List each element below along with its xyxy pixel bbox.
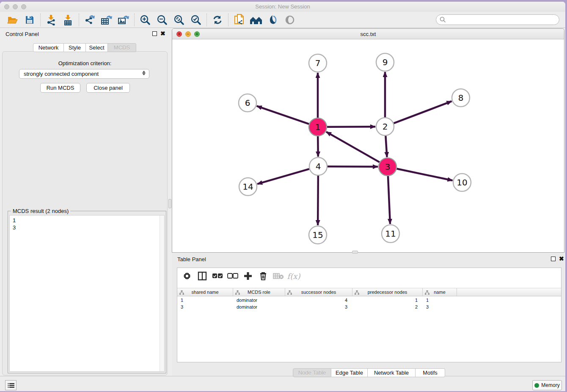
table-cell[interactable]: 3 [285,304,352,310]
table-cell[interactable]: 1 [423,297,457,304]
table-cell[interactable]: 3 [177,304,233,310]
delete-table-icon [272,270,285,282]
edge-4-15[interactable] [318,176,318,225]
close-panel-button[interactable]: Close panel [86,83,130,93]
graph-node-label: 1 [315,122,321,132]
close-panel-icon[interactable]: ✖ [160,30,165,37]
control-panel-title: Control Panel [6,31,39,37]
column-header-shared-name[interactable]: shared name [177,288,233,296]
graph-node-label: 10 [457,177,467,188]
edge-4-14[interactable] [257,169,309,184]
graph-node-label: 4 [316,161,321,171]
split-columns-icon[interactable] [196,270,209,282]
zoom-selected-icon[interactable] [187,13,204,27]
network-window-titlebar[interactable]: × − + scc.txt [172,29,564,39]
network-view-window: × − + scc.txt 7968124314101511 [172,28,564,253]
table-panel-title: Table Panel [177,256,206,262]
table-cell[interactable]: 3 [423,304,457,310]
clone-network-icon[interactable] [231,13,248,27]
mcds-result-group: MCDS result (2 nodes) 13 [8,211,166,373]
table-cell[interactable]: 1 [352,297,423,304]
column-tree-icon [287,290,292,295]
settings-gear-icon[interactable] [181,270,193,282]
edge-3-11[interactable] [388,176,390,224]
tab-network-table[interactable]: Network Table [368,368,416,377]
tab-motifs[interactable]: Motifs [416,368,445,377]
toolbar-separator [206,14,207,26]
tab-edge-table[interactable]: Edge Table [331,368,368,377]
tab-mcds[interactable]: MCDS [108,43,136,52]
splitter-grip-vertical[interactable] [168,199,171,208]
mac-titlebar: Session: New Session [0,2,565,12]
network-canvas[interactable]: 7968124314101511 [172,39,564,252]
table-cell[interactable]: 2 [352,304,423,310]
open-folder-icon[interactable] [4,13,21,27]
edge-3-1[interactable] [326,132,380,162]
table-cell[interactable]: 4 [285,297,352,304]
memory-status-icon [534,383,539,388]
tab-style[interactable]: Style [64,43,86,52]
column-header-successor-nodes[interactable]: successor nodes [285,288,352,296]
table-panel-header: Table Panel ✖ [172,254,564,265]
hide-panels-icon[interactable] [248,13,264,27]
column-header-predecessor-nodes[interactable]: predecessor nodes [352,288,423,296]
tab-network[interactable]: Network [33,43,64,52]
chevron-up-down-icon [142,71,146,75]
mcds-result-title: MCDS result (2 nodes) [11,208,70,214]
show-graphics-icon[interactable] [281,13,298,27]
export-table-icon[interactable] [98,13,115,27]
table-cell[interactable]: dominator [233,304,285,310]
graph-node-label: 11 [385,229,396,239]
import-table-icon[interactable] [60,13,77,27]
export-network-icon[interactable] [81,13,98,27]
tab-node-table[interactable]: Node Table [293,368,331,377]
network-view-title: scc.txt [172,31,564,37]
zoom-in-icon[interactable] [137,13,154,27]
splitter-grip-horizontal[interactable] [352,251,358,254]
mcds-panel: Optimization criterion: strongly connect… [2,51,168,375]
zoom-fit-icon[interactable] [171,13,187,27]
column-header-MCDS-role[interactable]: MCDS role [233,288,285,296]
edge-1-4[interactable] [318,136,318,157]
task-history-icon[interactable] [5,380,17,390]
graph-node-label: 6 [245,98,250,108]
mcds-result-textarea[interactable]: 13 [9,215,165,372]
criterion-dropdown[interactable]: strongly connected component [19,69,149,79]
table-row[interactable]: 3dominator323 [177,304,561,310]
edge-3-10[interactable] [397,169,453,181]
memory-button[interactable]: Memory [532,380,562,390]
edge-4-3[interactable] [328,166,378,167]
float-panel-icon[interactable] [152,31,157,36]
float-table-panel-icon[interactable] [551,257,556,261]
import-network-icon[interactable] [43,13,60,27]
delete-column-icon[interactable] [257,270,270,282]
table-row[interactable]: 1dominator411 [177,297,561,304]
edge-2-3[interactable] [385,136,387,157]
column-tree-icon [425,290,429,295]
column-header-name[interactable]: name [423,288,457,296]
toolbar-separator [134,14,135,26]
add-column-icon[interactable] [242,270,254,282]
deselect-all-icon[interactable] [226,270,239,282]
edge-1-6[interactable] [257,106,309,124]
refresh-icon[interactable] [209,13,226,27]
close-table-panel-icon[interactable]: ✖ [559,255,564,262]
tab-select[interactable]: Select [86,43,108,52]
table-header-row: shared nameMCDS rolesuccessor nodesprede… [177,288,561,296]
search-input[interactable] [436,14,559,25]
result-scrollbar[interactable] [160,215,164,371]
zoom-out-icon[interactable] [154,13,171,27]
edge-2-8[interactable] [394,101,452,123]
control-panel-tabs: Network Style Select MCDS [33,43,136,52]
table-cell[interactable]: dominator [233,297,285,304]
apply-style-icon[interactable] [264,13,281,27]
result-line: 1 [13,217,164,224]
export-image-icon[interactable] [115,13,132,27]
column-tree-icon [355,290,359,295]
save-icon[interactable] [21,13,38,27]
run-mcds-button[interactable]: Run MCDS [40,83,80,93]
criterion-value: strongly connected component [24,71,99,77]
table-cell[interactable]: 1 [177,297,233,304]
select-all-icon[interactable] [211,270,224,282]
edge-1-2[interactable] [327,127,375,127]
